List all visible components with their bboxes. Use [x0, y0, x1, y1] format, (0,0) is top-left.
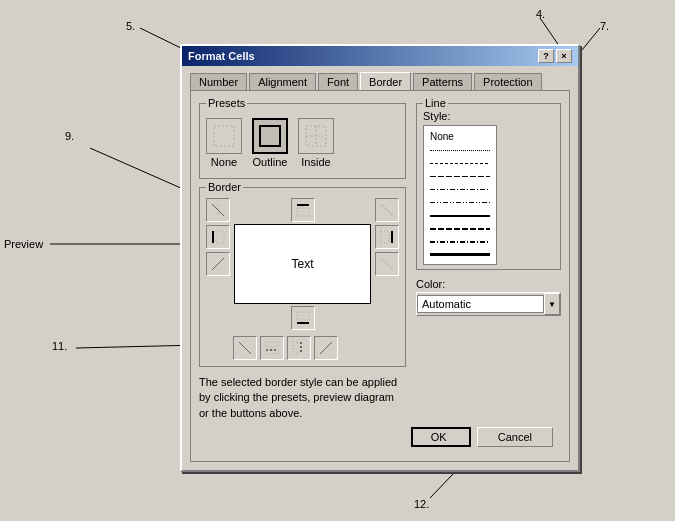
- preview-wrapper: Text: [206, 198, 399, 330]
- border-top-icon: [295, 202, 311, 218]
- line-styles-container: None: [423, 125, 554, 265]
- line-style-list: None: [423, 125, 497, 265]
- border-left-icon: [210, 229, 226, 245]
- dialog-content: Number Alignment Font Border Patterns Pr…: [182, 66, 578, 470]
- dash-dot-dot-line-preview: [430, 202, 490, 203]
- help-button[interactable]: ?: [538, 49, 554, 63]
- border-right-icon: [379, 229, 395, 245]
- line-style-dash-dot[interactable]: [428, 184, 492, 195]
- border-btn-diag2[interactable]: [314, 336, 338, 360]
- preview-container: Text: [234, 198, 371, 330]
- svg-rect-19: [297, 208, 309, 216]
- line-style-medium[interactable]: [428, 210, 492, 221]
- preset-outline-button[interactable]: Outline: [252, 118, 288, 168]
- annotation-12: 12.: [414, 498, 429, 510]
- medium-dash-line-preview: [430, 228, 490, 230]
- outline-icon-svg: [256, 122, 284, 150]
- inside-icon-svg: [302, 122, 330, 150]
- border-btn-bottom-left[interactable]: [206, 252, 230, 276]
- none-icon-svg: [210, 122, 238, 150]
- bottom-btn-row: [206, 336, 399, 360]
- preview-text: Text: [291, 257, 313, 271]
- preview-cell[interactable]: Text: [234, 224, 371, 304]
- tab-alignment[interactable]: Alignment: [249, 73, 316, 91]
- border-label: Border: [206, 181, 243, 193]
- border-layout: Text: [206, 194, 399, 360]
- line-style-dash[interactable]: [428, 171, 492, 182]
- svg-line-7: [430, 474, 453, 498]
- border-bottom-icon: [295, 310, 311, 326]
- main-layout: Presets None: [199, 103, 561, 421]
- dash-line-preview: [430, 176, 490, 177]
- border-top-left-icon: [210, 202, 226, 218]
- annotation-5: 5.: [126, 20, 135, 32]
- cancel-button[interactable]: Cancel: [477, 427, 553, 447]
- none-label: None: [211, 156, 237, 168]
- medium-dash-dot-line-preview: [430, 241, 490, 243]
- svg-line-2: [582, 28, 600, 50]
- svg-rect-9: [260, 126, 280, 146]
- border-btn-diag1[interactable]: [233, 336, 257, 360]
- annotation-7: 7.: [600, 20, 609, 32]
- border-frame: Border: [199, 187, 406, 367]
- svg-line-26: [239, 342, 251, 354]
- border-bottom-left-icon: [210, 256, 226, 272]
- annotation-9: 9.: [65, 130, 74, 142]
- border-btn-top[interactable]: [291, 198, 315, 222]
- title-bar-buttons: ? ×: [538, 49, 572, 63]
- presets-frame: Presets None: [199, 103, 406, 179]
- border-btn-bottom-right[interactable]: [375, 252, 399, 276]
- tab-border[interactable]: Border: [360, 72, 411, 90]
- thick-line-preview: [430, 253, 490, 256]
- diagonal1-icon: [237, 340, 253, 356]
- line-style-dotted[interactable]: [428, 145, 492, 156]
- title-bar: Format Cells ? ×: [182, 46, 578, 66]
- border-btn-right[interactable]: [375, 225, 399, 249]
- tab-font[interactable]: Font: [318, 73, 358, 91]
- small-dash-line-preview: [430, 163, 490, 164]
- tab-content-border: Presets None: [190, 90, 570, 462]
- line-style-small-dash[interactable]: [428, 158, 492, 169]
- preset-inside-button[interactable]: Inside: [298, 118, 334, 168]
- annotation-4: 4.: [536, 8, 545, 20]
- line-none-label: None: [430, 131, 454, 142]
- tab-patterns[interactable]: Patterns: [413, 73, 472, 91]
- presets-label: Presets: [206, 97, 247, 109]
- border-btn-left[interactable]: [206, 225, 230, 249]
- border-btn-middle-v[interactable]: [287, 336, 311, 360]
- border-btn-bottom[interactable]: [291, 306, 315, 330]
- line-style-medium-dash[interactable]: [428, 223, 492, 234]
- border-btn-top-right[interactable]: [375, 198, 399, 222]
- svg-rect-29: [266, 350, 278, 354]
- color-dropdown-arrow[interactable]: ▼: [544, 293, 560, 315]
- inside-label: Inside: [301, 156, 330, 168]
- line-style-dash-dot-dot[interactable]: [428, 197, 492, 208]
- diagonal2-icon: [318, 340, 334, 356]
- ok-button[interactable]: OK: [411, 427, 471, 447]
- line-style-medium-dash-dot[interactable]: [428, 236, 492, 247]
- none-icon: [206, 118, 242, 154]
- svg-rect-27: [266, 342, 278, 347]
- outline-label: Outline: [253, 156, 288, 168]
- border-btn-top-left[interactable]: [206, 198, 230, 222]
- line-style-none[interactable]: None: [428, 130, 492, 143]
- tab-number[interactable]: Number: [190, 73, 247, 91]
- dialog-footer: OK Cancel: [199, 421, 561, 453]
- border-bottom-right-icon: [379, 256, 395, 272]
- format-cells-dialog: Format Cells ? × Number Alignment Font B…: [180, 44, 580, 472]
- svg-line-1: [140, 28, 185, 50]
- bottom-border-row: [234, 306, 371, 330]
- preview-label: Preview: [4, 238, 43, 250]
- svg-line-32: [320, 342, 332, 354]
- color-section: Color: Automatic ▼: [416, 278, 561, 316]
- middle-h-icon: [264, 340, 280, 356]
- line-style-thick[interactable]: [428, 249, 492, 260]
- preset-none-button[interactable]: None: [206, 118, 242, 168]
- tab-protection[interactable]: Protection: [474, 73, 542, 91]
- right-side-buttons: [375, 198, 399, 330]
- color-label: Color:: [416, 278, 561, 290]
- svg-line-22: [381, 204, 393, 216]
- close-button[interactable]: ×: [556, 49, 572, 63]
- middle-v-icon: [291, 340, 307, 356]
- border-btn-middle-h[interactable]: [260, 336, 284, 360]
